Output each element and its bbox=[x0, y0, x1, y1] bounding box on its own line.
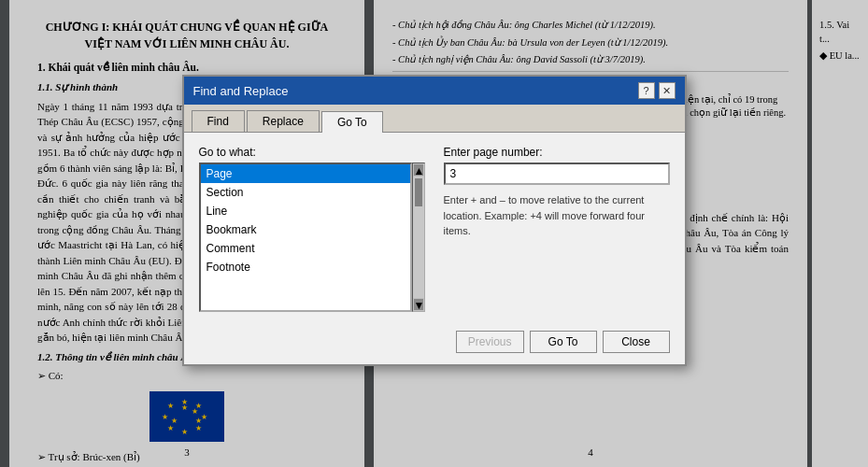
modal-tabs: Find Replace Go To bbox=[184, 105, 685, 133]
modal-title: Find and Replace bbox=[193, 84, 289, 98]
goto-list-wrapper: Page Section Line Bookmark Comment Footn… bbox=[199, 163, 425, 312]
modal-overlay: Find and Replace ? ✕ Find Replace Go To … bbox=[0, 0, 868, 467]
tab-goto[interactable]: Go To bbox=[321, 111, 383, 133]
help-button[interactable]: ? bbox=[638, 82, 655, 99]
titlebar-buttons: ? ✕ bbox=[638, 82, 676, 99]
goto-item-comment[interactable]: Comment bbox=[201, 239, 410, 258]
goto-label: Go to what: bbox=[199, 146, 425, 159]
close-window-button[interactable]: ✕ bbox=[659, 82, 676, 99]
page-number-label: Enter page number: bbox=[444, 146, 670, 159]
modal-footer: Previous Go To Close bbox=[184, 325, 685, 364]
scroll-up-arrow[interactable]: ▲ bbox=[414, 164, 423, 176]
goto-item-page[interactable]: Page bbox=[201, 164, 410, 183]
tab-replace[interactable]: Replace bbox=[247, 110, 320, 132]
goto-item-bookmark[interactable]: Bookmark bbox=[201, 220, 410, 239]
tab-find[interactable]: Find bbox=[192, 110, 245, 132]
goto-item-line[interactable]: Line bbox=[201, 202, 410, 220]
modal-titlebar: Find and Replace ? ✕ bbox=[184, 77, 685, 105]
goto-item-footnote[interactable]: Footnote bbox=[201, 258, 410, 276]
scroll-thumb[interactable] bbox=[415, 178, 422, 206]
goto-list[interactable]: Page Section Line Bookmark Comment Footn… bbox=[199, 163, 412, 312]
goto-section: Go to what: Page Section Line Bookmark C… bbox=[199, 146, 425, 312]
modal-body: Go to what: Page Section Line Bookmark C… bbox=[184, 133, 685, 325]
close-button[interactable]: Close bbox=[603, 331, 670, 353]
scroll-track bbox=[413, 177, 424, 298]
list-scrollbar[interactable]: ▲ ▼ bbox=[412, 163, 425, 312]
goto-button[interactable]: Go To bbox=[530, 331, 597, 353]
previous-button[interactable]: Previous bbox=[456, 331, 524, 353]
goto-item-section[interactable]: Section bbox=[201, 183, 410, 202]
find-replace-dialog: Find and Replace ? ✕ Find Replace Go To … bbox=[182, 75, 687, 366]
document-area: CHƯƠNG I: KHÁI QUÁT CHUNG VỀ QUAN HỆ GIỮ… bbox=[0, 0, 868, 467]
scroll-down-arrow[interactable]: ▼ bbox=[414, 299, 423, 310]
page-number-section: Enter page number: Enter + and – to move… bbox=[444, 146, 670, 312]
page-number-input[interactable] bbox=[444, 163, 670, 185]
hint-text: Enter + and – to move relative to the cu… bbox=[444, 192, 670, 239]
